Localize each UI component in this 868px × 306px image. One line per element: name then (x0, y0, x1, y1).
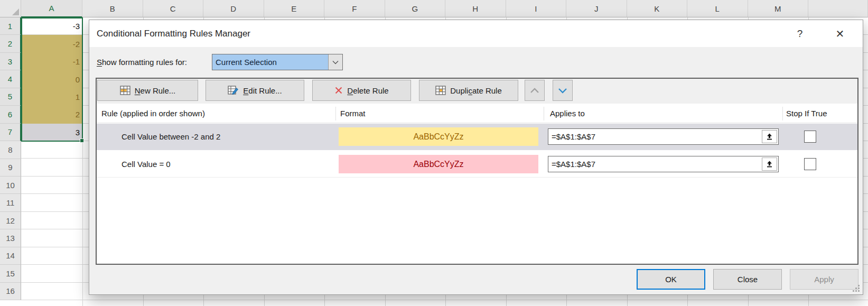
rule-row[interactable]: Cell Value = 0 AaBbCcYyZz =$A$1:$A$7 (97, 151, 857, 178)
show-rules-selected-value: Current Selection (212, 54, 328, 70)
new-rule-button[interactable]: New Rule... (97, 80, 198, 101)
stop-if-true-checkbox[interactable] (804, 158, 816, 170)
edit-rule-pencil-icon (228, 86, 239, 95)
column-header-J[interactable]: J (566, 0, 627, 17)
format-sample: AaBbCcYyZz (339, 127, 538, 146)
collapse-dialog-button[interactable] (762, 157, 777, 171)
column-header-C[interactable]: C (143, 0, 204, 17)
row-header-3[interactable]: 3 (0, 53, 21, 70)
column-header-K[interactable]: K (627, 0, 688, 17)
applies-to-input[interactable]: =$A$1:$A$7 (548, 128, 779, 145)
help-icon[interactable]: ? (790, 24, 810, 44)
row-header-5[interactable]: 5 (0, 88, 21, 106)
row-header-14[interactable]: 14 (0, 247, 21, 265)
column-header-M[interactable]: M (748, 0, 809, 17)
header-divider (335, 107, 336, 120)
column-header-H[interactable]: H (445, 0, 506, 17)
gridline (82, 17, 83, 306)
delete-rule-label: Delete Rule (347, 86, 388, 95)
rules-list-header: Rule (applied in order shown) Format App… (97, 104, 857, 123)
chevron-down-icon[interactable] (328, 54, 342, 70)
header-applies-to: Applies to (550, 104, 585, 123)
row-header-6[interactable]: 6 (0, 106, 21, 123)
ok-button[interactable]: OK (637, 269, 705, 290)
applies-to-value: =$A$1:$A$7 (552, 156, 595, 172)
close-icon[interactable]: ✕ (830, 24, 850, 44)
conditional-formatting-rules-manager-dialog: Conditional Formatting Rules Manager ? ✕… (89, 20, 863, 295)
column-header-G[interactable]: G (385, 0, 446, 17)
fill-handle[interactable] (80, 138, 84, 143)
format-sample: AaBbCcYyZz (339, 155, 538, 173)
row-header-12[interactable]: 12 (0, 212, 21, 229)
applies-to-value: =$A$1:$A$7 (552, 129, 595, 144)
row-header-2[interactable]: 2 (0, 35, 21, 52)
duplicate-rule-label: Duplicate Rule (450, 86, 502, 95)
collapse-dialog-button[interactable] (762, 130, 777, 143)
column-header-E[interactable]: E (264, 0, 325, 17)
cell-A1[interactable]: -3 (22, 17, 82, 35)
close-button[interactable]: Close (713, 269, 782, 290)
row-header-7[interactable]: 7 (0, 124, 21, 141)
delete-x-icon (334, 86, 343, 95)
show-rules-dropdown[interactable]: Current Selection (212, 54, 343, 70)
rule-row[interactable]: Cell Value between -2 and 2 AaBbCcYyZz =… (97, 124, 857, 150)
rules-list: Rule (applied in order shown) Format App… (97, 104, 857, 264)
header-format: Format (340, 104, 366, 123)
move-rule-down-button[interactable] (553, 80, 573, 101)
duplicate-rule-button[interactable]: Duplicate Rule (419, 80, 518, 101)
column-header-A[interactable]: A (21, 0, 82, 17)
row-header-13[interactable]: 13 (0, 229, 21, 247)
range-select-arrow-icon (766, 133, 773, 141)
chevron-down-icon (558, 88, 567, 94)
row-header-8[interactable]: 8 (0, 141, 21, 159)
row-header-15[interactable]: 15 (0, 265, 21, 282)
rules-frame: New Rule... Edit Rule... Delete Rule Dup… (96, 78, 858, 265)
header-divider (782, 107, 783, 120)
select-all-triangle-icon (12, 8, 19, 15)
edit-rule-button[interactable]: Edit Rule... (206, 80, 304, 101)
row-header-4[interactable]: 4 (0, 70, 21, 88)
apply-button[interactable]: Apply (790, 269, 858, 290)
dialog-titlebar[interactable]: Conditional Formatting Rules Manager ? ✕ (89, 20, 863, 47)
stop-if-true-checkbox[interactable] (804, 131, 816, 143)
dialog-title: Conditional Formatting Rules Manager (97, 20, 250, 47)
header-stop-if-true: Stop If True (786, 104, 827, 123)
cell-A6[interactable]: 2 (22, 106, 82, 123)
range-select-arrow-icon (766, 160, 773, 168)
cell-A7[interactable]: 3 (22, 124, 82, 141)
row-header-1[interactable]: 1 (0, 17, 21, 35)
cell-A4[interactable]: 0 (22, 70, 82, 88)
move-rule-up-button[interactable] (525, 80, 545, 101)
rule-description: Cell Value between -2 and 2 (122, 124, 220, 150)
resize-grip[interactable] (853, 285, 860, 292)
cell-A3[interactable]: -1 (22, 53, 82, 70)
column-header-blank[interactable] (808, 0, 868, 17)
column-header-B[interactable]: B (82, 0, 143, 17)
new-rule-table-icon (120, 86, 130, 95)
show-rules-label: Show formatting rules for: (97, 54, 187, 70)
applies-to-input[interactable]: =$A$1:$A$7 (548, 156, 779, 172)
excel-window: ABCDEFGHIJKLM12345678910111213141516-3-2… (0, 0, 868, 306)
cell-A2[interactable]: -2 (22, 35, 82, 52)
column-header-D[interactable]: D (203, 0, 264, 17)
edit-rule-label: Edit Rule... (243, 86, 282, 95)
header-divider (544, 107, 544, 120)
header-rule: Rule (applied in order shown) (101, 104, 205, 123)
row-header-9[interactable]: 9 (0, 159, 21, 177)
delete-rule-button[interactable]: Delete Rule (312, 80, 411, 101)
select-all-button[interactable] (0, 0, 21, 17)
row-header-10[interactable]: 10 (0, 177, 21, 194)
row-header-11[interactable]: 11 (0, 194, 21, 211)
rule-description: Cell Value = 0 (122, 151, 171, 178)
column-header-L[interactable]: L (687, 0, 748, 17)
rules-toolbar: New Rule... Edit Rule... Delete Rule Dup… (97, 79, 857, 104)
column-header-I[interactable]: I (506, 0, 567, 17)
duplicate-rule-table-icon (435, 86, 446, 95)
new-rule-label: New Rule... (135, 86, 176, 95)
cell-A5[interactable]: 1 (22, 88, 82, 106)
row-header-16[interactable]: 16 (0, 283, 21, 300)
column-header-F[interactable]: F (324, 0, 385, 17)
chevron-up-icon (530, 88, 539, 94)
